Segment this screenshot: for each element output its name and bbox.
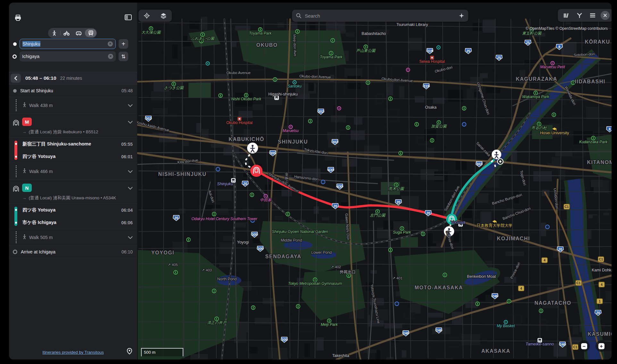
map-block	[448, 90, 463, 102]
summary-duration: 22 minutes	[60, 76, 82, 81]
route-shield-number: 305	[281, 338, 287, 342]
mode-car-button[interactable]	[73, 29, 84, 37]
zoom-in-button[interactable]: +	[596, 340, 607, 352]
route-shield-number: 305	[270, 151, 276, 155]
mode-transit-button[interactable]	[85, 29, 96, 37]
map-label: Higashi-shinjuku	[268, 92, 298, 96]
origin-input[interactable]: Shinjuku ✕	[20, 39, 116, 49]
station-icon	[459, 225, 460, 226]
sidebar-footer: Itineraries provided by Transitous	[9, 345, 137, 360]
map-label: Tokyo Metropolitan Gymnasium	[288, 281, 342, 286]
map-block	[488, 233, 493, 240]
route-shield-number: 305	[252, 233, 257, 236]
stop-row[interactable]: 市ケ谷 Ichigaya 06:06	[9, 216, 137, 229]
mode-bike-button[interactable]	[61, 29, 72, 37]
store-icon	[207, 63, 208, 64]
transitous-link[interactable]: Itineraries provided by Transitous	[42, 350, 104, 355]
route-shield-number: 4	[544, 259, 546, 262]
map-label: ↗ 403	[202, 268, 212, 272]
leg-arrive[interactable]: Arrive at Ichigaya 06:10	[9, 246, 137, 258]
map-block	[236, 222, 247, 228]
close-icon[interactable]	[601, 11, 610, 20]
train-marker-red	[250, 165, 263, 177]
clear-origin-icon[interactable]: ✕	[108, 41, 113, 46]
map-block	[231, 42, 237, 47]
destination-row: Ichigaya ✕ ⇅	[9, 51, 137, 62]
locate-icon[interactable]	[142, 11, 152, 21]
store-icon	[438, 47, 439, 48]
info-icon	[546, 225, 549, 229]
map-label: 東五軒公園	[522, 31, 542, 36]
leg-train-m[interactable]: M →(普通 Local) 池袋 Ikebukuro • B5512	[9, 114, 137, 138]
map-label: MOTO-AKASAKA	[414, 285, 463, 290]
map-block	[477, 193, 488, 203]
map-label: ↗ 405	[168, 263, 178, 267]
swap-button[interactable]: ⇅	[119, 52, 128, 61]
stop-row[interactable]: 四ツ谷 Yotsuya 06:04	[9, 204, 137, 216]
map-block	[275, 216, 283, 220]
route-shield-number: 430	[337, 185, 343, 188]
back-button[interactable]	[11, 74, 21, 83]
park-poi-icon	[315, 279, 315, 281]
printer-icon[interactable]	[13, 13, 23, 23]
map-block	[281, 191, 292, 196]
station-icon	[275, 96, 278, 98]
leg-walk-3[interactable]: Walk 505 m	[9, 229, 137, 246]
leg-walk-2[interactable]: Walk 466 m	[9, 163, 137, 180]
park-poi-icon	[535, 92, 536, 94]
chevron-down-icon[interactable]	[128, 169, 133, 174]
station-icon	[538, 339, 541, 341]
map-attribution[interactable]: © OpenMapTiles © OpenStreetMap contribut…	[526, 26, 608, 31]
map-block	[586, 107, 598, 119]
map-block	[533, 171, 552, 181]
route-shield-number: 302	[476, 162, 482, 166]
map-block	[371, 167, 382, 178]
destination-input[interactable]: Ichigaya ✕	[20, 51, 116, 62]
clear-destination-icon[interactable]: ✕	[108, 54, 113, 59]
leg-train-n[interactable]: N →(普通 Local) 浦和美園 Urawa-misono • A534K	[9, 180, 137, 204]
sidebar-toggle-icon[interactable]	[123, 12, 133, 22]
map-label: Babashitacho	[362, 31, 386, 36]
mode-walk-button[interactable]	[48, 29, 60, 37]
location-pin-icon[interactable]	[127, 348, 132, 356]
chevron-down-icon[interactable]	[128, 186, 133, 191]
map-block	[151, 91, 171, 100]
sparkle-icon[interactable]	[459, 13, 464, 19]
map-block	[238, 111, 253, 118]
leg-walk-1[interactable]: Walk 438 m	[9, 97, 137, 114]
route-shield-number: 246	[560, 343, 565, 346]
screenshot-root: { "colors": { "route_red": "#f5333f", "r…	[0, 0, 617, 364]
chevron-down-icon[interactable]	[128, 235, 133, 240]
library-icon[interactable]	[561, 10, 571, 21]
leg-start[interactable]: Start at Shinjuku 05:48	[9, 85, 137, 97]
fork-icon[interactable]	[574, 10, 585, 21]
menu-icon[interactable]	[588, 10, 598, 21]
map-label: SHINJUKU	[278, 139, 308, 145]
map-label: 荒木公園	[388, 186, 404, 191]
shop-icon	[338, 108, 339, 109]
park-poi-icon	[477, 303, 478, 305]
add-stop-button[interactable]: +	[119, 39, 128, 49]
park-poi-icon	[396, 184, 396, 186]
train-n-stops: 四ツ谷 Yotsuya 06:04 市ケ谷 Ichigaya 06:06	[9, 204, 137, 229]
chevron-down-icon[interactable]	[128, 120, 133, 125]
park-poi-icon	[260, 29, 261, 31]
search-input[interactable]	[304, 13, 456, 19]
chevron-down-icon[interactable]	[128, 103, 133, 108]
map-label: YOYOGI	[151, 250, 174, 255]
map-block	[433, 98, 445, 104]
layers-icon[interactable]	[158, 11, 169, 21]
info-icon	[462, 122, 466, 126]
map-block	[541, 223, 546, 236]
map-label: North Pond	[217, 277, 237, 281]
zoom-out-button[interactable]: −	[578, 340, 590, 352]
arrive-time: 06:10	[121, 249, 133, 254]
map-label: Santoku	[288, 84, 302, 88]
stop-row[interactable]: 新宿三丁目 Shinjuku-sanchome 05:55	[9, 138, 137, 150]
map-toolbar-left	[138, 10, 172, 22]
stop-row[interactable]: 四ツ谷 Yotsuya 06:01	[9, 150, 137, 163]
map-label: Suga Park	[393, 230, 411, 235]
start-label: Start at Shinjuku	[20, 88, 53, 93]
map-label: IIDABASHI	[575, 79, 605, 84]
station-icon	[232, 179, 235, 181]
